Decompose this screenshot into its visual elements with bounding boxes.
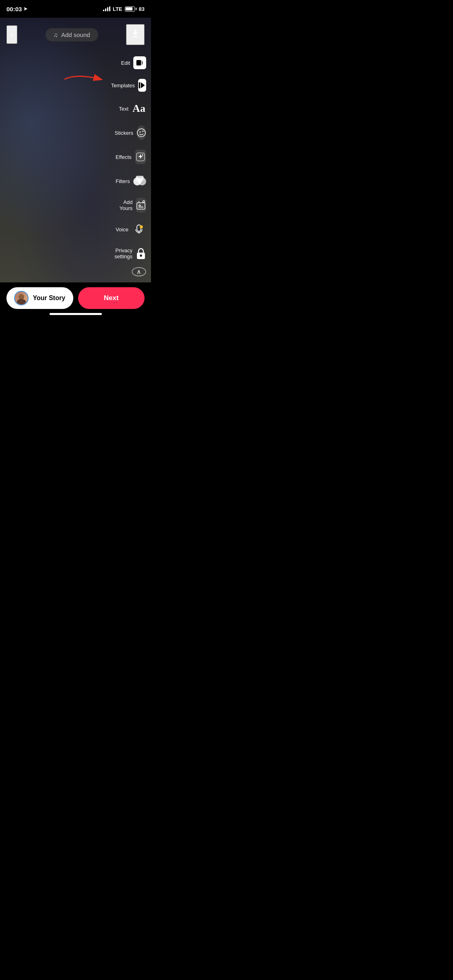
stickers-label: Stickers (115, 130, 133, 136)
battery-percent: 83 (139, 6, 145, 12)
effects-icon (135, 150, 146, 164)
filters-label: Filters (116, 178, 130, 184)
text-icon: Aa (132, 101, 146, 116)
templates-label: Templates (111, 82, 135, 89)
privacy-label: Privacy settings (114, 247, 132, 259)
toolbar-item-voice[interactable]: Voice (116, 217, 146, 241)
edit-label: Edit (121, 60, 130, 66)
toolbar-item-text[interactable]: Text Aa (116, 97, 146, 121)
status-right: LTE 83 (103, 6, 145, 12)
toolbar-item-privacy[interactable]: Privacy settings (116, 241, 146, 266)
templates-icon (138, 79, 146, 92)
toolbar-item-effects[interactable]: Effects (116, 145, 146, 169)
right-toolbar: Edit Templates Text Aa (111, 42, 151, 282)
avatar (14, 291, 29, 305)
edit-icon (133, 56, 146, 69)
time-display: 00:03 (6, 6, 22, 12)
add-sound-label: Add sound (61, 31, 90, 38)
collapse-button[interactable]: ∧ (132, 267, 146, 276)
next-button[interactable]: Next (78, 287, 145, 309)
add-sound-button[interactable]: ♫ Add sound (46, 28, 98, 41)
add-yours-label: Add Yours (116, 199, 132, 211)
text-label: Text (119, 106, 128, 112)
lte-indicator: LTE (113, 6, 122, 12)
toolbar-item-add-yours[interactable]: Add Yours (116, 193, 146, 217)
svg-point-8 (142, 154, 143, 156)
top-controls: ‹ ♫ Add sound (0, 18, 151, 45)
next-label: Next (104, 294, 119, 302)
add-yours-icon (136, 198, 146, 212)
bottom-buttons: Your Story Next (6, 287, 145, 309)
toolbar-item-filters[interactable]: Filters (116, 169, 146, 193)
toolbar-item-templates[interactable]: Templates (116, 74, 146, 97)
svg-marker-2 (142, 60, 143, 65)
status-bar: 00:03 ➤ LTE 83 (0, 0, 151, 18)
svg-point-6 (140, 132, 141, 133)
back-button[interactable]: ‹ (6, 25, 17, 44)
chevron-up-icon: ∧ (137, 268, 141, 276)
location-icon: ➤ (23, 6, 27, 12)
svg-marker-3 (141, 82, 145, 89)
status-time: 00:03 ➤ (6, 6, 27, 12)
voice-label: Voice (116, 226, 128, 233)
toolbar-item-edit[interactable]: Edit (116, 51, 146, 74)
voice-icon (132, 222, 146, 237)
home-indicator (50, 313, 102, 315)
music-icon: ♫ (54, 31, 58, 38)
back-icon: ‹ (10, 29, 13, 39)
svg-rect-4 (139, 82, 140, 89)
toolbar-item-stickers[interactable]: Stickers (116, 121, 146, 145)
signal-bars (103, 6, 110, 11)
privacy-icon (136, 246, 146, 261)
svg-point-5 (137, 129, 145, 137)
download-icon (130, 28, 141, 39)
bottom-bar: Your Story Next (0, 282, 151, 327)
svg-rect-1 (137, 60, 141, 65)
video-preview: ‹ ♫ Add sound Edit (0, 18, 151, 282)
your-story-button[interactable]: Your Story (6, 287, 73, 309)
svg-rect-22 (141, 255, 141, 257)
battery-indicator (125, 6, 137, 12)
stickers-icon (137, 126, 146, 140)
effects-label: Effects (116, 154, 132, 160)
filters-icon (133, 174, 146, 188)
your-story-label: Your Story (33, 294, 65, 302)
